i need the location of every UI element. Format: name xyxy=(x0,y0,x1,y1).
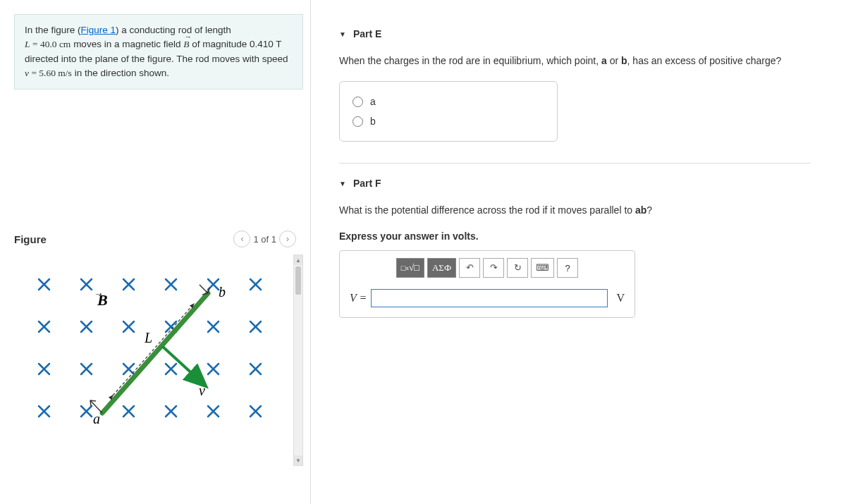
var-L: L xyxy=(25,39,30,49)
scroll-up-icon[interactable]: ▲ xyxy=(294,255,302,265)
val-L: = 40.0 cm xyxy=(30,39,71,49)
answer-lhs: V = xyxy=(350,292,367,305)
equation-toolbar: □x√□ ΑΣФ ↶ ↷ ↻ ⌨ ? xyxy=(350,258,625,278)
figure-label-a: a xyxy=(93,411,100,426)
redo-button[interactable]: ↷ xyxy=(483,258,504,278)
figure-scrollbar[interactable]: ▲ ▼ xyxy=(293,254,303,466)
figure-label-b: b xyxy=(219,284,226,300)
templates-button[interactable]: □x√□ xyxy=(396,258,424,278)
figure-nav-text: 1 of 1 xyxy=(253,234,276,245)
radio-option-a[interactable] xyxy=(352,97,363,107)
part-e-title: Part E xyxy=(353,28,381,39)
answer-unit: V xyxy=(616,292,625,305)
scroll-down-icon[interactable]: ▼ xyxy=(294,455,302,465)
part-f-instruction: Express your answer in volts. xyxy=(339,231,839,242)
part-e-header[interactable]: ▼ Part E xyxy=(339,28,839,39)
figure-body: B → L a b v ▲ ▼ xyxy=(14,254,303,466)
var-B: B xyxy=(183,37,189,51)
answer-input[interactable] xyxy=(371,289,608,307)
answer-box: □x√□ ΑΣФ ↶ ↷ ↻ ⌨ ? V = V xyxy=(339,250,635,318)
part-e-options: a b xyxy=(339,81,558,142)
part-f-title: Part F xyxy=(353,178,381,189)
figure-svg: B → L a b v xyxy=(14,254,268,438)
figure-next-button[interactable]: › xyxy=(279,231,296,247)
svg-line-54 xyxy=(200,285,208,293)
part-e: ▼ Part E When the charges in the rod are… xyxy=(339,28,839,142)
svg-text:→: → xyxy=(94,288,104,299)
part-f-question: What is the potential difference across … xyxy=(339,203,839,218)
figure-title: Figure xyxy=(14,233,47,245)
intro-suffix: ) a conducting rod of length xyxy=(116,25,231,35)
greek-button[interactable]: ΑΣФ xyxy=(427,258,456,278)
svg-line-53 xyxy=(90,400,91,406)
problem-description: In the figure (Figure 1) a conducting ro… xyxy=(14,14,303,90)
reset-button[interactable]: ↻ xyxy=(507,258,528,278)
intro-prefix: In the figure ( xyxy=(25,25,81,35)
collapse-icon: ▼ xyxy=(339,30,346,38)
part-f: ▼ Part F What is the potential differenc… xyxy=(339,178,839,318)
figure-link[interactable]: Figure 1 xyxy=(81,25,116,35)
val-v: = 5.60 m/s xyxy=(29,68,72,78)
moves-text: moves in a magnetic field xyxy=(70,39,183,49)
svg-line-52 xyxy=(90,400,96,401)
divider xyxy=(339,163,811,164)
undo-button[interactable]: ↶ xyxy=(459,258,480,278)
part-e-question: When the charges in the rod are in equil… xyxy=(339,54,839,68)
figure-label-L: L xyxy=(144,330,152,345)
radio-label-a[interactable]: a xyxy=(370,96,376,107)
keyboard-button[interactable]: ⌨ xyxy=(531,258,554,278)
figure-nav: ‹ 1 of 1 › xyxy=(233,231,296,247)
collapse-icon: ▼ xyxy=(339,180,346,188)
scroll-thumb[interactable] xyxy=(295,266,301,295)
radio-option-b[interactable] xyxy=(352,116,363,127)
svg-line-48 xyxy=(102,293,208,413)
figure-prev-button[interactable]: ‹ xyxy=(233,231,250,247)
svg-line-49 xyxy=(113,304,194,395)
dir-text: in the direction shown. xyxy=(72,68,169,78)
part-f-header[interactable]: ▼ Part F xyxy=(339,178,839,189)
help-button[interactable]: ? xyxy=(557,258,578,278)
figure-label-v: v xyxy=(199,383,205,398)
radio-label-b[interactable]: b xyxy=(370,116,376,127)
